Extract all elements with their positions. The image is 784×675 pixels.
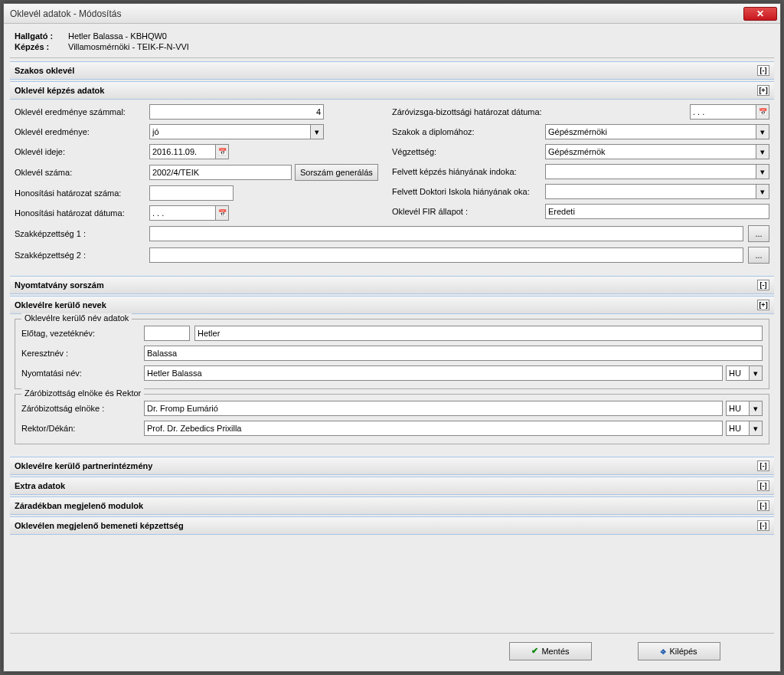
szakkep1-label: Szakképzettség 1 : xyxy=(15,229,149,238)
szama-input[interactable] xyxy=(149,165,292,180)
section-zaradek-toggle[interactable]: [-] xyxy=(757,500,769,511)
section-kepzes-header[interactable]: Oklevél képzés adatok [+] xyxy=(10,81,774,100)
ideje-label: Oklevél ideje: xyxy=(15,147,149,156)
chevron-down-icon[interactable]: ▾ xyxy=(756,164,769,179)
rektor-input[interactable] xyxy=(144,421,723,436)
section-nevek-header[interactable]: Oklevélre kerülő nevek [+] xyxy=(10,296,774,314)
section-partner-title: Oklevélre kerülő partnerintézmény xyxy=(15,461,152,470)
header-info: Hallgató : Hetler Balassa - KBHQW0 Képzé… xyxy=(10,28,774,58)
chevron-down-icon[interactable]: ▾ xyxy=(756,144,769,159)
calendar-icon[interactable]: 📅 xyxy=(215,144,229,159)
chevron-down-icon[interactable]: ▾ xyxy=(756,124,769,139)
eredm-input[interactable] xyxy=(149,124,310,139)
ideje-date[interactable]: 📅 xyxy=(149,144,229,159)
szakkep2-browse-button[interactable]: ... xyxy=(748,247,769,264)
chevron-down-icon[interactable]: ▾ xyxy=(749,365,763,381)
exit-icon: ⎆ xyxy=(661,647,666,656)
empty-space xyxy=(10,535,774,627)
content-area: Hallgató : Hetler Balassa - KBHQW0 Képzé… xyxy=(4,24,780,671)
nyomtatasi-input[interactable] xyxy=(144,365,723,381)
zv-datum-input[interactable] xyxy=(690,104,756,120)
kepzes-label: Képzés : xyxy=(15,42,68,51)
vezeteknev-input[interactable] xyxy=(194,326,763,341)
section-partner-toggle[interactable]: [-] xyxy=(757,460,769,471)
fieldset-elnok-legend: Záróbizottság elnöke és Rektor xyxy=(21,388,144,398)
nyomtatasi-lang-input[interactable] xyxy=(726,365,749,381)
rektor-lang-input[interactable] xyxy=(726,421,749,436)
button-bar: ✔ Mentés ⎆ Kilépés xyxy=(10,633,774,668)
chevron-down-icon[interactable]: ▾ xyxy=(756,184,769,199)
hon-szama-label: Honosítási határozat száma: xyxy=(15,188,149,198)
rektor-lang-combo[interactable]: ▾ xyxy=(726,421,763,436)
section-zaradek-title: Záradékban megjelenő modulok xyxy=(15,501,143,510)
eredm-szammal-label: Oklevél eredménye számmal: xyxy=(15,107,149,116)
close-button[interactable]: ✕ xyxy=(743,7,777,21)
szakkep2-input[interactable] xyxy=(149,247,743,263)
sorszam-generalas-button[interactable]: Sorszám generálás xyxy=(295,164,378,181)
szakok-combo[interactable]: ▾ xyxy=(545,124,769,139)
section-nyomt-header[interactable]: Nyomtatvány sorszám [-] xyxy=(10,276,774,294)
szakkep1-browse-button[interactable]: ... xyxy=(748,225,769,242)
section-bemeneti-title: Oklevélen megjelenő bemeneti képzettség xyxy=(15,521,184,530)
vegzettseg-input[interactable] xyxy=(545,144,756,159)
hallgato-value: Hetler Balassa - KBHQW0 xyxy=(68,31,167,41)
felvett-doktori-combo[interactable]: ▾ xyxy=(545,184,769,199)
felvett-doktori-input[interactable] xyxy=(545,184,756,199)
rektor-label: Rektor/Dékán: xyxy=(21,424,144,433)
section-szakos-toggle[interactable]: [-] xyxy=(757,65,769,76)
calendar-icon[interactable]: 📅 xyxy=(215,205,229,221)
chevron-down-icon[interactable]: ▾ xyxy=(749,421,763,436)
section-kepzes-body: Oklevél eredménye számmal: Oklevél eredm… xyxy=(10,100,774,274)
section-kepzes-title: Oklevél képzés adatok xyxy=(15,86,104,95)
section-kepzes-toggle[interactable]: [+] xyxy=(757,85,769,96)
mentes-button[interactable]: ✔ Mentés xyxy=(509,642,592,660)
nyomtatasi-lang-combo[interactable]: ▾ xyxy=(726,365,763,381)
eredm-szammal-input[interactable] xyxy=(149,104,324,120)
section-bemeneti-header[interactable]: Oklevélen megjelenő bemeneti képzettség … xyxy=(10,516,774,535)
close-icon: ✕ xyxy=(756,8,764,19)
kilepes-label: Kilépés xyxy=(669,647,697,656)
fieldset-elnok-rektor: Záróbizottság elnöke és Rektor Záróbizot… xyxy=(15,394,769,444)
eredm-label: Oklevél eredménye: xyxy=(15,127,149,136)
felvett-kepzes-combo[interactable]: ▾ xyxy=(545,164,769,179)
chevron-down-icon[interactable]: ▾ xyxy=(749,401,763,416)
kilepes-button[interactable]: ⎆ Kilépés xyxy=(638,642,720,660)
eredm-combo[interactable]: ▾ xyxy=(149,124,324,139)
elnok-lang-input[interactable] xyxy=(726,401,749,416)
calendar-icon[interactable]: 📅 xyxy=(756,104,769,120)
szama-label: Oklevél száma: xyxy=(15,168,149,177)
window-title: Oklevél adatok - Módosítás xyxy=(10,8,743,19)
fir-input[interactable] xyxy=(545,204,769,219)
szakkep1-input[interactable] xyxy=(149,226,743,241)
hon-datum-date[interactable]: 📅 xyxy=(149,205,229,221)
fieldset-nev-legend: Oklevélre kerülő név adatok xyxy=(21,313,132,323)
section-nevek-toggle[interactable]: [+] xyxy=(757,300,769,310)
chevron-down-icon[interactable]: ▾ xyxy=(310,124,324,139)
szakok-label: Szakok a diplomához: xyxy=(392,127,545,136)
section-nyomt-toggle[interactable]: [-] xyxy=(757,280,769,290)
vegzettseg-combo[interactable]: ▾ xyxy=(545,144,769,159)
section-partner-header[interactable]: Oklevélre kerülő partnerintézmény [-] xyxy=(10,457,774,475)
vegzettseg-label: Végzettség: xyxy=(392,147,545,156)
check-icon: ✔ xyxy=(531,646,538,656)
section-zaradek-header[interactable]: Záradékban megjelenő modulok [-] xyxy=(10,496,774,515)
section-szakos-header[interactable]: Szakos oklevél [-] xyxy=(10,61,774,80)
section-nyomt-title: Nyomtatvány sorszám xyxy=(15,280,104,290)
section-extra-toggle[interactable]: [-] xyxy=(757,480,769,491)
keresztnev-input[interactable] xyxy=(144,346,763,361)
elnok-lang-combo[interactable]: ▾ xyxy=(726,401,763,416)
szakok-input[interactable] xyxy=(545,124,756,139)
ideje-input[interactable] xyxy=(149,144,215,159)
felvett-kepzes-input[interactable] xyxy=(545,164,756,179)
section-extra-header[interactable]: Extra adatok [-] xyxy=(10,477,774,495)
szakkep2-label: Szakképzettség 2 : xyxy=(15,251,149,260)
keresztnev-label: Keresztnév : xyxy=(21,349,144,358)
elnok-input[interactable] xyxy=(144,401,723,416)
zv-datum-date[interactable]: 📅 xyxy=(690,104,769,120)
hon-datum-input[interactable] xyxy=(149,205,215,221)
section-bemeneti-toggle[interactable]: [-] xyxy=(757,520,769,531)
zv-datum-label: Záróvizsga-bizottsági határozat dátuma: xyxy=(392,107,545,116)
nyomtatasi-label: Nyomtatási név: xyxy=(21,369,144,378)
hon-szama-input[interactable] xyxy=(149,185,234,201)
elotag-input[interactable] xyxy=(144,326,190,341)
